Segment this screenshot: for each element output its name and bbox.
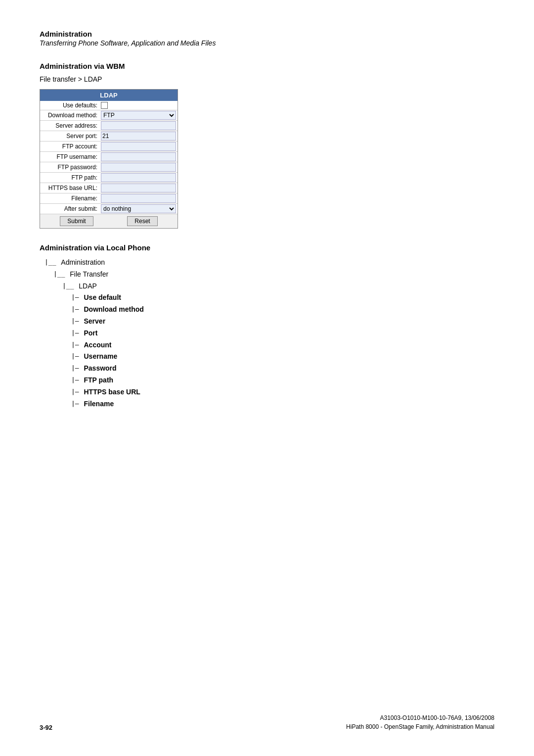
tree-label-server: Server [84,316,105,328]
ldap-table-header: LDAP [40,90,178,101]
connector-file-transfer: |__ [53,269,69,280]
label-https-base-url: HTTPS base URL: [40,184,99,192]
row-ftp-account: FTP account: [40,142,178,152]
input-ftp-account[interactable] [101,142,176,151]
tree-item-https-base-url: |— HTTPS base URL [71,386,494,398]
input-filename[interactable] [101,194,176,203]
tree-label-root: Administration [61,257,105,269]
tree-item-download-method: |— Download method [71,304,494,316]
checkbox-use-defaults[interactable] [101,102,108,109]
tree-file-transfer: |__ File Transfer [53,269,494,281]
tree-root: |__ Administration [44,257,494,269]
tree-label-use-default: Use default [84,292,121,304]
ldap-table-body: Use defaults: Download method: FTP HTTPS… [40,101,178,214]
label-after-submit: After submit: [40,204,99,213]
label-ftp-path: FTP path: [40,173,99,182]
tree-label-ldap: LDAP [79,281,97,292]
tree-label-filename: Filename [84,398,114,410]
tree-label-file-transfer: File Transfer [70,269,108,281]
tree-level1: |__ File Transfer |__ LDAP |— Use defaul… [53,269,494,410]
value-https-base-url [99,183,178,193]
connector-username: |— [71,351,83,362]
tree-label-download-method: Download method [84,304,143,316]
tree-item-password: |— Password [71,363,494,375]
tree-label-account: Account [84,339,111,351]
value-server-address [99,121,178,131]
select-download-method[interactable]: FTP HTTPS [101,111,176,120]
submit-button[interactable]: Submit [60,216,93,226]
row-ftp-path: FTP path: [40,173,178,183]
connector-use-default: |— [71,292,83,303]
value-use-defaults [99,101,178,109]
tree-level3: |— Use default |— Download method |— Ser… [71,292,494,410]
row-server-port: Server port: [40,131,178,142]
input-ftp-username[interactable] [101,152,176,161]
row-download-method: Download method: FTP HTTPS [40,110,178,121]
tree-item-username: |— Username [71,351,494,363]
row-after-submit: After submit: do nothing reboot [40,204,178,214]
row-server-address: Server address: [40,121,178,131]
row-use-defaults: Use defaults: [40,101,178,110]
footer-doc-title: HiPath 8000 - OpenStage Family, Administ… [346,722,494,731]
local-phone-section: Administration via Local Phone |__ Admin… [40,243,494,410]
label-ftp-password: FTP password: [40,163,99,172]
connector-download-method: |— [71,304,83,315]
tree-label-password: Password [84,363,116,375]
page-footer: 3-92 A31003-O1010-M100-10-76A9, 13/06/20… [40,713,494,731]
page-header: Administration Transferring Phone Softwa… [40,30,494,47]
row-ftp-username: FTP username: [40,152,178,162]
input-ftp-password[interactable] [101,163,176,172]
select-after-submit[interactable]: do nothing reboot [101,204,176,213]
value-after-submit: do nothing reboot [99,204,178,214]
value-filename [99,193,178,203]
ldap-table: LDAP Use defaults: Download method: FTP … [40,89,178,229]
input-server-address[interactable] [101,121,176,130]
tree-item-account: |— Account [71,339,494,351]
tree-label-username: Username [84,351,117,363]
label-use-defaults: Use defaults: [40,101,99,110]
value-server-port [99,131,178,141]
row-https-base-url: HTTPS base URL: [40,183,178,193]
row-filename: Filename: [40,193,178,204]
connector-ldap: |__ [62,281,78,291]
label-filename: Filename: [40,194,99,203]
tree-item-port: |— Port [71,328,494,339]
value-ftp-path [99,173,178,183]
breadcrumb: File transfer > LDAP [40,75,494,83]
row-ftp-password: FTP password: [40,162,178,173]
label-download-method: Download method: [40,111,99,120]
tree-label-https-base-url: HTTPS base URL [84,386,140,398]
input-ftp-path[interactable] [101,173,176,182]
header-subtitle: Transferring Phone Software, Application… [40,39,494,47]
value-ftp-username [99,152,178,162]
connector-server: |— [71,316,83,327]
connector-ftp-path: |— [71,375,83,385]
tree-level2: |__ LDAP |— Use default |— Download meth… [62,281,494,410]
tree-label-ftp-path: FTP path [84,375,113,386]
footer-page-number: 3-92 [40,724,52,731]
label-server-port: Server port: [40,132,99,141]
ldap-buttons-row: Submit Reset [40,214,178,228]
connector-https-base-url: |— [71,386,83,397]
tree-item-use-default: |— Use default [71,292,494,304]
label-ftp-account: FTP account: [40,142,99,151]
connector-account: |— [71,339,83,350]
label-ftp-username: FTP username: [40,152,99,161]
label-server-address: Server address: [40,121,99,130]
value-ftp-password [99,162,178,172]
tree-ldap: |__ LDAP [62,281,494,292]
local-section-title: Administration via Local Phone [40,243,494,252]
tree-item-ftp-path: |— FTP path [71,375,494,386]
value-download-method: FTP HTTPS [99,110,178,120]
connector-filename: |— [71,398,83,409]
reset-button[interactable]: Reset [127,216,157,226]
footer-doc-ref: A31003-O1010-M100-10-76A9, 13/06/2008 [346,713,494,722]
input-server-port[interactable] [101,132,176,141]
footer-doc-info: A31003-O1010-M100-10-76A9, 13/06/2008 Hi… [346,713,494,731]
connector-password: |— [71,363,83,374]
tree-label-port: Port [84,328,97,339]
input-https-base-url[interactable] [101,184,176,192]
navigation-tree: |__ Administration |__ File Transfer |__… [44,257,494,410]
tree-item-filename: |— Filename [71,398,494,410]
wbm-section-title: Administration via WBM [40,62,494,70]
